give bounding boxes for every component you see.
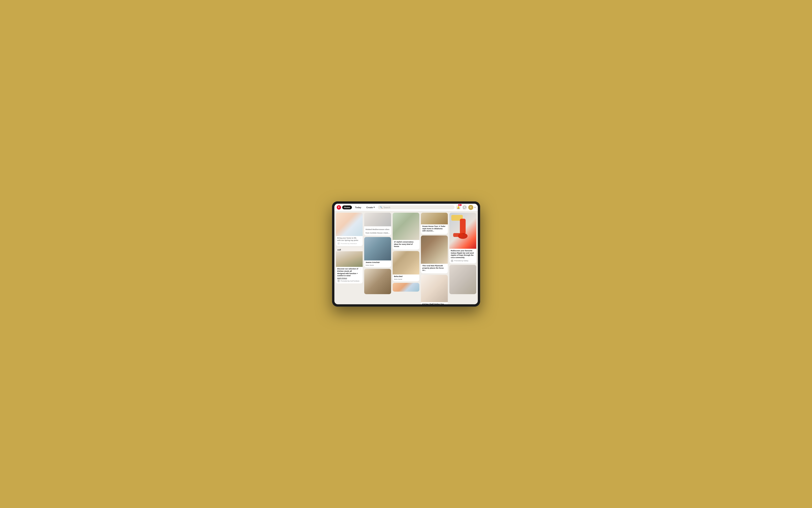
card-title: This rural New Plymouth property places … [422,265,446,271]
promo-label: Promoted by Cult Furniture [341,280,360,282]
nav-today-button[interactable]: Today [353,206,363,209]
card-body: Kitchen Shelf Styling Tips (and... [421,302,448,304]
card-title: Kitchen Shelf Styling Tips (and... [422,303,446,304]
nav-bar: P Home Today Create ▾ 🔍 Search 🔔 99+ 💬 U… [334,204,478,211]
svg-rect-1 [460,219,465,234]
card-body: Jeanne Armchair Soho Home [364,260,391,267]
main-content: Bring your home to life with our Spring … [334,211,478,304]
shop-link[interactable]: SHOP STOOLS [337,278,361,279]
card-image [393,213,419,240]
card-tudor[interactable]: Dream House Tour: A Tudor style home in … [421,213,448,234]
card-body: Rediscover your favourite Galaxy Ripple … [449,249,476,263]
card-image [449,265,476,294]
card-image [449,213,476,249]
card-mediterranean[interactable]: Related Mediterranean vibes from Corlett… [364,213,391,236]
galaxy-image-svg [449,213,476,249]
user-avatar[interactable]: U [468,205,473,210]
card-promo: G Promoted by Galaxy [451,259,475,262]
card-image [393,283,419,292]
card-subtitle: Soho Home [366,264,390,266]
card-image [421,213,448,224]
card-title: Discover our selection of Kitchen stools… [337,268,360,277]
card-image [393,251,419,274]
card-image [364,237,391,260]
card-more-button[interactable]: ··· [360,268,361,270]
card-title: Belsa Bed [394,276,418,278]
promo-avatar: C [337,280,340,282]
card-body: Discover our selection of Kitchen stools… [336,267,363,284]
card-galaxy-ripple[interactable]: Rediscover your favourite Galaxy Ripple … [449,213,476,263]
masonry-col-4: Dream House Tour: A Tudor style home in … [421,213,448,304]
card-stairs[interactable] [364,269,391,294]
chevron-down-icon: ▾ [373,206,375,209]
masonry-col-3: 37 stylish conservatory ideas for every … [393,213,419,304]
card-body: This rural New Plymouth property places … [421,264,448,273]
promo-avatar: G [451,259,453,262]
create-label: Create [366,206,373,209]
card-body: Dream House Tour: A Tudor style home in … [421,224,448,234]
svg-rect-3 [453,233,463,237]
messages-button[interactable]: 💬 [462,205,467,210]
card-conservatory[interactable]: 37 stylish conservatory ideas for every … [393,213,419,250]
card-belsa-bed[interactable]: Belsa Bed Soho Home [393,251,419,281]
card-kitchen-shelf[interactable]: Kitchen Shelf Styling Tips (and... [421,275,448,304]
masonry-col-2: Related Mediterranean vibes from Corlett… [364,213,391,304]
card-body: Belsa Bed Soho Home [393,274,419,281]
tablet-screen: P Home Today Create ▾ 🔍 Search 🔔 99+ 💬 U… [334,204,478,304]
notifications-button[interactable]: 🔔 99+ [456,205,461,210]
masonry-col-1: Bring your home to life with our Spring … [336,213,363,304]
pinterest-logo[interactable]: P [337,205,341,210]
card-overlay [364,213,391,236]
masonry-grid: Bring your home to life with our Spring … [336,213,476,304]
promo-label: Promoted by Galaxy [454,260,468,262]
card-jeanne-armchair[interactable]: Jeanne Armchair Soho Home [364,237,391,267]
card-abstract[interactable] [393,283,419,292]
notification-count: 99+ [458,204,462,206]
tablet-device: P Home Today Create ▾ 🔍 Search 🔔 99+ 💬 U… [332,201,480,307]
nav-create-button[interactable]: Create ▾ [364,205,377,209]
card-new-plymouth[interactable]: This rural New Plymouth property places … [421,236,448,273]
card-title: Rediscover your favourite Galaxy Ripple … [451,250,475,259]
card-image [421,236,448,264]
card-title: 37 stylish conservatory ideas for every … [394,241,418,248]
nav-icons: 🔔 99+ 💬 U ▾ [456,205,476,210]
chevron-down-icon[interactable]: ▾ [475,206,476,208]
card-canopy-bed[interactable] [449,265,476,294]
card-title: Jeanne Armchair [366,261,390,264]
card-kitchen-stools[interactable]: cult Discover our selection of Kitchen s… [336,248,363,284]
card-spring-picks[interactable]: Bring your home to life with our Spring … [336,213,363,246]
nav-home-button[interactable]: Home [342,206,352,209]
search-bar[interactable]: 🔍 Search [378,205,455,209]
card-body: 37 stylish conservatory ideas for every … [393,240,419,250]
card-promo: C Promoted by Cult Furniture [337,280,361,282]
card-image [336,251,363,267]
card-subtitle: Soho Home [394,279,418,280]
card-title: Dream House Tour: A Tudor style home in … [422,225,446,232]
masonry-col-5: Rediscover your favourite Galaxy Ripple … [449,213,476,304]
cult-logo: cult [336,248,363,251]
card-overlay [336,213,363,246]
card-image [364,269,391,294]
search-placeholder: Search [384,206,390,209]
card-image [421,275,448,302]
search-icon: 🔍 [380,206,382,209]
